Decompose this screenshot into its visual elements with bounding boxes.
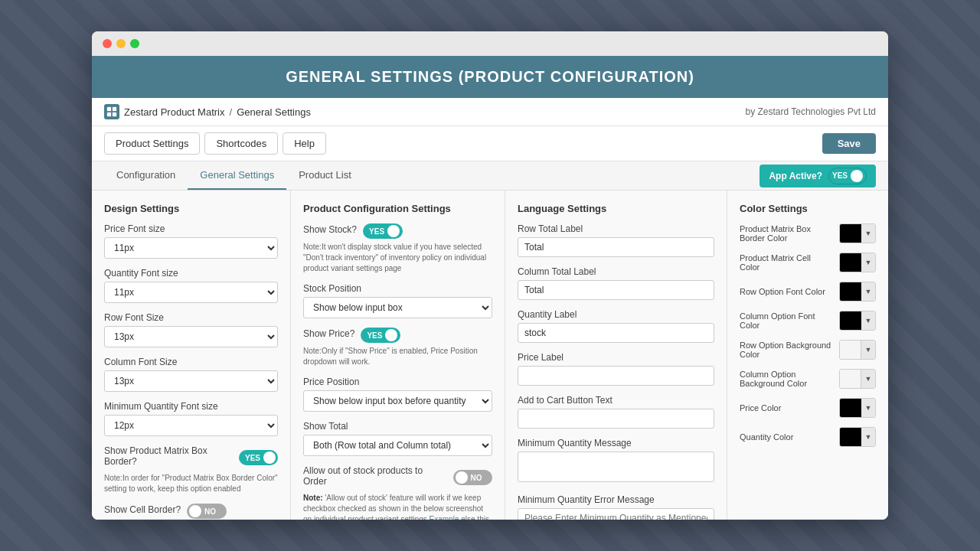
app-active-label: App Active?	[769, 171, 822, 181]
color-dropdown-arrow[interactable]: ▼	[861, 282, 875, 301]
column-option-font-swatch[interactable]: ▼	[839, 311, 876, 331]
maximize-dot[interactable]	[130, 39, 139, 48]
column-total-input[interactable]	[518, 280, 714, 300]
color-dropdown-arrow[interactable]: ▼	[861, 428, 875, 446]
row-total-label-label: Row Total Label	[518, 223, 714, 234]
header-title: GENERAL SETTINGS (PRODUCT CONFIGURATION)	[107, 68, 873, 86]
row-option-bg-label: Row Option Background Color	[740, 341, 839, 359]
show-stock-toggle[interactable]: YES	[363, 223, 403, 239]
toggle-knob	[387, 225, 400, 237]
quantity-color-swatch[interactable]: ▼	[839, 427, 876, 447]
price-label-field: Price Label	[518, 352, 714, 386]
price-position-select[interactable]: Show below input box before quantity Sho…	[303, 390, 492, 412]
row-total-input[interactable]	[518, 237, 714, 257]
color-box-light	[840, 341, 861, 359]
tab-configuration[interactable]: Configuration	[104, 161, 188, 190]
column-option-bg-swatch[interactable]: ▼	[839, 369, 876, 389]
price-color-label: Price Color	[740, 403, 839, 412]
example-link-1[interactable]: Example	[430, 515, 459, 520]
design-settings-section: Design Settings Price Font size 11px12px…	[92, 191, 291, 520]
allow-oos-toggle[interactable]: NO	[453, 470, 492, 485]
app-header: GENERAL SETTINGS (PRODUCT CONFIGURATION)	[92, 56, 888, 98]
row-option-font-swatch[interactable]: ▼	[839, 282, 876, 302]
show-cell-border-field: Show Cell Border? NO Note:In order for "…	[104, 504, 278, 520]
toggle-knob	[189, 505, 201, 517]
tab-product-list[interactable]: Product List	[286, 161, 364, 190]
help-button[interactable]: Help	[283, 132, 326, 155]
show-cell-border-label: Show Cell Border?	[104, 504, 181, 515]
quantity-font-size-field: Quantity Font size 11px12px13px	[104, 268, 278, 303]
quantity-color-row: Quantity Color ▼	[740, 427, 876, 447]
show-stock-row: Show Stock? YES	[303, 223, 492, 239]
min-qty-message-label: Minimum Quantity Message	[518, 438, 714, 448]
allow-oos-field: Allow out of stock products to Order NO …	[303, 465, 492, 520]
show-cell-border-toggle[interactable]: NO	[187, 504, 227, 519]
min-qty-message-input[interactable]	[518, 452, 714, 482]
svg-rect-2	[107, 112, 111, 116]
product-matrix-cell-label: Product Matrix Cell Color	[740, 253, 839, 272]
row-option-bg-color-row: Row Option Background Color ▼	[740, 340, 876, 360]
show-total-select[interactable]: Both (Row total and Column total) Row to…	[303, 435, 492, 456]
show-matrix-border-field: Show Product Matrix Box Border? YES Note…	[104, 445, 278, 494]
product-matrix-box-border-swatch[interactable]: ▼	[839, 223, 876, 243]
show-price-row: Show Price? YES	[303, 328, 492, 343]
quantity-font-size-select[interactable]: 11px12px13px	[104, 282, 278, 303]
quantity-font-size-label: Quantity Font size	[104, 268, 278, 279]
show-stock-note: Note:It won't display stock value if you…	[303, 242, 492, 274]
color-dropdown-arrow[interactable]: ▼	[861, 253, 875, 272]
price-label-label: Price Label	[518, 352, 714, 363]
color-box-dark	[840, 428, 861, 446]
column-option-font-label: Column Option Font Color	[740, 311, 839, 330]
column-font-size-select[interactable]: 11px12px13px	[104, 370, 278, 392]
min-qty-error-field: Minimum Quantity Error Message	[518, 494, 714, 520]
show-total-field: Show Total Both (Row total and Column to…	[303, 421, 492, 456]
close-dot[interactable]	[103, 39, 112, 48]
product-config-title: Product Configuration Settings	[303, 203, 492, 214]
show-matrix-border-label: Show Product Matrix Box Border?	[104, 445, 233, 467]
min-qty-message-field: Minimum Quantity Message	[518, 438, 714, 485]
color-box-dark	[840, 224, 861, 243]
row-font-size-field: Row Font Size 11px12px13px	[104, 312, 278, 347]
shortcodes-button[interactable]: Shortcodes	[204, 132, 278, 155]
color-dropdown-arrow[interactable]: ▼	[861, 311, 875, 330]
color-dropdown-arrow[interactable]: ▼	[861, 370, 875, 388]
row-option-font-label: Row Option Font Color	[740, 287, 839, 296]
app-active-toggle[interactable]: YES	[828, 168, 867, 184]
column-font-size-field: Column Font Size 11px12px13px	[104, 357, 278, 392]
app-icon	[104, 104, 119, 119]
price-font-size-field: Price Font size 11px12px13px	[104, 223, 278, 259]
column-total-label-label: Column Total Label	[518, 266, 714, 277]
design-settings-title: Design Settings	[104, 203, 278, 214]
row-option-bg-swatch[interactable]: ▼	[839, 340, 876, 360]
add-to-cart-input[interactable]	[518, 409, 714, 429]
price-font-size-label: Price Font size	[104, 223, 278, 234]
toggle-knob	[385, 329, 397, 341]
quantity-label-input[interactable]	[518, 323, 714, 343]
nav-tabs: Configuration General Settings Product L…	[92, 161, 888, 191]
color-dropdown-arrow[interactable]: ▼	[861, 341, 875, 359]
color-dropdown-arrow[interactable]: ▼	[861, 224, 875, 243]
price-font-size-select[interactable]: 11px12px13px	[104, 237, 278, 259]
color-dropdown-arrow[interactable]: ▼	[861, 399, 875, 417]
column-font-size-label: Column Font Size	[104, 357, 278, 367]
price-label-input[interactable]	[518, 366, 714, 386]
product-settings-button[interactable]: Product Settings	[104, 132, 200, 155]
column-option-bg-color-row: Column Option Background Color ▼	[740, 369, 876, 389]
min-qty-error-input[interactable]	[518, 508, 714, 520]
stock-position-select[interactable]: Show below input box Show above input bo…	[303, 297, 492, 318]
save-button[interactable]: Save	[822, 133, 876, 154]
minimize-dot[interactable]	[116, 39, 126, 48]
tab-general-settings[interactable]: General Settings	[188, 161, 286, 190]
price-color-swatch[interactable]: ▼	[839, 398, 876, 418]
product-matrix-box-border-label: Product Matrix Box Border Color	[740, 224, 839, 243]
row-font-size-select[interactable]: 11px12px13px	[104, 326, 278, 347]
min-qty-font-size-select[interactable]: 11px12px13px	[104, 415, 278, 436]
toggle-knob	[851, 170, 863, 182]
show-cell-border-row: Show Cell Border? NO	[104, 504, 278, 519]
product-matrix-cell-swatch[interactable]: ▼	[839, 253, 876, 272]
show-price-toggle[interactable]: YES	[361, 328, 400, 343]
quantity-label-field: Quantity Label	[518, 309, 714, 343]
product-config-section: Product Configuration Settings Show Stoc…	[291, 191, 505, 520]
content-area: Design Settings Price Font size 11px12px…	[92, 191, 888, 520]
show-matrix-border-toggle[interactable]: YES	[239, 450, 278, 465]
